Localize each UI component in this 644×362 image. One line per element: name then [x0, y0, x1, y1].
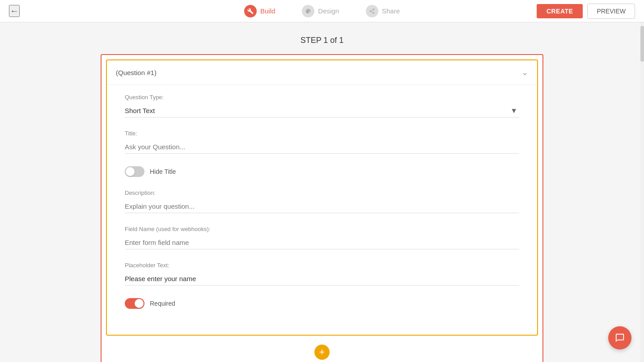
hide-title-toggle[interactable] — [125, 166, 144, 177]
tab-design[interactable]: Design — [302, 5, 339, 17]
field-name-label: Field Name (used for webhooks): — [125, 226, 519, 232]
back-button[interactable]: ← — [9, 5, 20, 17]
scrollbar-thumb[interactable] — [640, 26, 644, 62]
placeholder-text-input[interactable] — [125, 272, 519, 286]
chat-button[interactable] — [608, 326, 631, 349]
form-card: (Question #1) ⌄ Question Type: Short Tex… — [101, 54, 543, 362]
title-input[interactable] — [125, 140, 519, 154]
tab-build[interactable]: Build — [244, 5, 275, 17]
question-type-select-wrapper: Short Text Long Text Multiple Choice Dro… — [125, 104, 519, 118]
build-icon — [244, 5, 257, 17]
question-type-group: Question Type: Short Text Long Text Mult… — [125, 94, 519, 118]
hide-title-label: Hide Title — [150, 168, 176, 175]
scrollbar-track — [640, 22, 644, 362]
add-question-button-inner[interactable]: + — [314, 345, 330, 360]
question-type-select[interactable]: Short Text Long Text Multiple Choice Dro… — [125, 104, 519, 118]
required-label: Required — [150, 300, 175, 307]
main-content: STEP 1 of 1 (Question #1) ⌄ Question Typ… — [0, 22, 644, 362]
placeholder-text-label: Placeholder Text: — [125, 262, 519, 269]
create-button[interactable]: CREATE — [537, 4, 583, 18]
description-group: Description: — [125, 189, 519, 213]
required-toggle-knob — [135, 299, 144, 308]
tab-design-label: Design — [318, 7, 339, 15]
question-type-label: Question Type: — [125, 94, 519, 101]
hide-title-group: Hide Title — [125, 166, 519, 177]
question-card: (Question #1) ⌄ Question Type: Short Tex… — [106, 59, 538, 336]
required-row: Required — [125, 298, 519, 309]
tab-build-label: Build — [260, 7, 275, 15]
header: ← Build Design — [0, 0, 644, 22]
description-label: Description: — [125, 189, 519, 196]
field-name-group: Field Name (used for webhooks): — [125, 226, 519, 249]
question-body: Question Type: Short Text Long Text Mult… — [107, 85, 537, 335]
question-header[interactable]: (Question #1) ⌄ — [107, 60, 537, 85]
nav-tabs: Build Design Share — [244, 5, 400, 17]
tab-share[interactable]: Share — [366, 5, 400, 17]
header-actions: CREATE PREVIEW — [537, 4, 635, 19]
design-icon — [302, 5, 314, 17]
back-icon: ← — [10, 6, 19, 16]
field-name-input[interactable] — [125, 236, 519, 249]
chat-icon — [615, 333, 625, 343]
chevron-down-icon: ⌄ — [521, 67, 528, 77]
tab-share-label: Share — [382, 7, 400, 15]
add-button-container-inner: + — [102, 340, 542, 362]
share-icon — [366, 5, 378, 17]
description-input[interactable] — [125, 200, 519, 213]
required-group: Required — [125, 298, 519, 309]
title-group: Title: — [125, 130, 519, 154]
title-label: Title: — [125, 130, 519, 137]
hide-title-row: Hide Title — [125, 166, 519, 177]
required-toggle[interactable] — [125, 298, 144, 309]
question-title: (Question #1) — [116, 69, 157, 76]
toggle-knob — [126, 167, 135, 176]
placeholder-text-group: Placeholder Text: — [125, 262, 519, 286]
step-title: STEP 1 of 1 — [301, 36, 344, 45]
preview-button[interactable]: PREVIEW — [587, 4, 635, 19]
